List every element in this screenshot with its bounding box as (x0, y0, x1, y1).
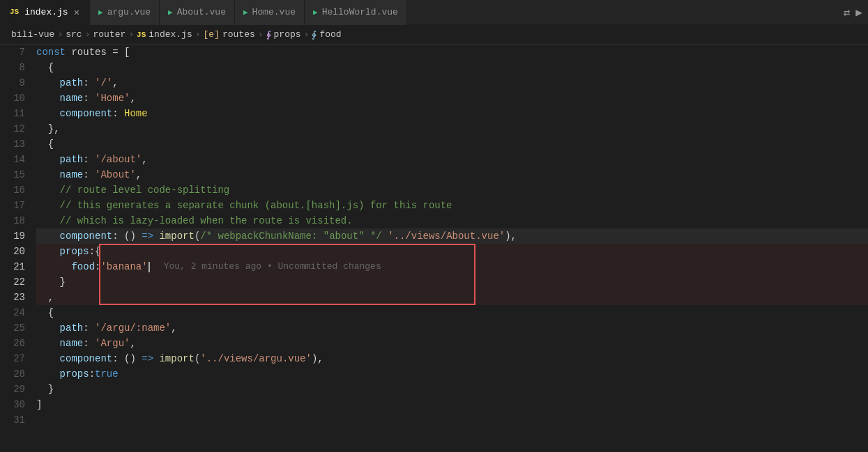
code-line-13: { (36, 137, 868, 152)
tab-helloworld-vue[interactable]: ▶ HelloWorld.vue (305, 0, 407, 25)
code-line-10: name: 'Home', (36, 91, 868, 106)
tab-label: index.js (24, 7, 68, 17)
run-button[interactable]: ▶ (855, 6, 862, 20)
split-editor-button[interactable]: ⇄ (844, 6, 851, 20)
var-routes: routes (71, 45, 106, 60)
vue-icon: ▶ (98, 8, 103, 17)
breadcrumb-part-props[interactable]: props (274, 29, 301, 40)
ln-11: 11 (0, 106, 25, 121)
code-line-16: // route level code-splitting (36, 182, 868, 198)
ln-17: 17 (0, 198, 25, 213)
code-line-27: component: () => import('../views/argu.v… (36, 351, 868, 366)
breadcrumb-js-icon: JS (137, 31, 146, 39)
code-line-11: component: Home (36, 106, 868, 121)
ln-14: 14 (0, 152, 25, 167)
code-line-7: const routes = [ (36, 45, 868, 60)
tab-home-vue[interactable]: ▶ Home.vue (235, 0, 305, 25)
tab-close-icon[interactable]: ✕ (73, 6, 81, 18)
breadcrumb-sep: › (258, 29, 264, 40)
text-cursor (148, 259, 150, 274)
tab-bar: JS index.js ✕ ▶ argu.vue ▶ About.vue ▶ H… (0, 0, 868, 25)
tab-index-js[interactable]: JS index.js ✕ (0, 0, 90, 25)
ln-29: 29 (0, 382, 25, 397)
breadcrumb-sep: › (195, 29, 201, 40)
ln-23: 23 (0, 290, 25, 305)
ln-7: 7 (0, 45, 25, 60)
code-line-12: }, (36, 121, 868, 137)
breadcrumb-part-src[interactable]: src (66, 29, 82, 40)
code-line-19: component: () => import(/* webpackChunkN… (36, 228, 868, 244)
ln-24: 24 (0, 305, 25, 320)
breadcrumb-part-food[interactable]: food (319, 29, 341, 40)
breadcrumb-sep: › (304, 29, 310, 40)
tab-label: HelloWorld.vue (322, 7, 398, 17)
tab-actions: ⇄ ▶ (844, 6, 868, 20)
ln-28: 28 (0, 366, 25, 382)
code-line-31 (36, 412, 868, 428)
breadcrumb-sep: › (128, 29, 134, 40)
ln-18: 18 (0, 213, 25, 228)
breadcrumb-prop-icon: ∲ (266, 29, 271, 40)
ln-13: 13 (0, 137, 25, 152)
ln-12: 12 (0, 121, 25, 137)
ln-27: 27 (0, 351, 25, 366)
ln-22: 22 (0, 274, 25, 290)
breadcrumb-part-router[interactable]: router (93, 29, 125, 40)
code-line-18: // which is lazy-loaded when the route i… (36, 213, 868, 228)
code-line-20: props:{ (36, 244, 868, 259)
ln-16: 16 (0, 182, 25, 198)
code-line-21: food:'banana'You, 2 minutes ago • Uncomm… (36, 259, 868, 274)
code-line-30: ] (36, 397, 868, 412)
ln-8: 8 (0, 60, 25, 75)
ln-10: 10 (0, 91, 25, 106)
code-line-9: path: '/', (36, 75, 868, 91)
ln-15: 15 (0, 167, 25, 182)
code-line-23: , (36, 290, 868, 305)
vue-icon: ▶ (243, 8, 248, 17)
breadcrumb-key-icon: ∲ (312, 29, 317, 40)
vue-icon: ▶ (168, 8, 173, 17)
tab-label: Home.vue (252, 7, 296, 17)
ln-30: 30 (0, 397, 25, 412)
breadcrumb-part-routes[interactable]: routes (222, 29, 255, 40)
line-numbers: 7 8 9 10 11 12 13 14 15 16 17 18 19 20 2… (0, 45, 33, 452)
code-line-17: // this generates a separate chunk (abou… (36, 198, 868, 213)
breadcrumb-sep: › (57, 29, 63, 40)
code-content[interactable]: const routes = [ { path: '/', name: 'Hom… (33, 45, 868, 452)
code-line-15: name: 'About', (36, 167, 868, 182)
ln-21: 21 (0, 259, 25, 274)
tab-label: About.vue (177, 7, 226, 17)
breadcrumb-part-indexjs[interactable]: index.js (149, 29, 192, 40)
code-line-28: props:true (36, 366, 868, 382)
ln-31: 31 (0, 412, 25, 428)
breadcrumb-sep: › (85, 29, 91, 40)
code-area: 7 8 9 10 11 12 13 14 15 16 17 18 19 20 2… (0, 45, 868, 452)
code-line-22: } (36, 274, 868, 290)
ln-9: 9 (0, 75, 25, 91)
tab-label: argu.vue (107, 7, 151, 17)
code-line-8: { (36, 60, 868, 75)
breadcrumb: bili-vue › src › router › JS index.js › … (0, 25, 868, 45)
vue-icon: ▶ (313, 8, 318, 17)
git-inline-message: You, 2 minutes ago • Uncommitted changes (164, 259, 381, 274)
code-line-29: } (36, 382, 868, 397)
tab-about-vue[interactable]: ▶ About.vue (160, 0, 235, 25)
js-icon: JS (8, 7, 20, 17)
code-line-24: { (36, 305, 868, 320)
ln-20: 20 (0, 244, 25, 259)
ln-25: 25 (0, 320, 25, 336)
tab-argu-vue[interactable]: ▶ argu.vue (90, 0, 160, 25)
code-line-26: name: 'Argu', (36, 336, 868, 351)
ln-19: 19 (0, 228, 25, 244)
breadcrumb-bracket-icon: [e] (204, 29, 220, 40)
code-line-25: path: '/argu/:name', (36, 320, 868, 336)
kw-const: const (36, 45, 66, 60)
code-line-14: path: '/about', (36, 152, 868, 167)
ln-26: 26 (0, 336, 25, 351)
breadcrumb-part-bili-vue[interactable]: bili-vue (11, 29, 54, 40)
